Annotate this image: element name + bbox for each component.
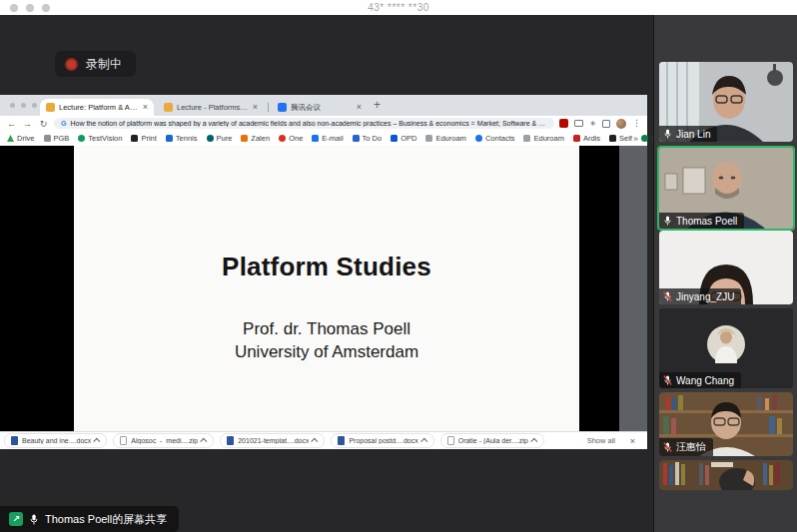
new-tab-button[interactable]: + [374,98,381,112]
extension-window-icon[interactable] [602,120,610,128]
download-item[interactable]: Proposal postd....docx [331,433,433,448]
tab-divider [268,103,269,112]
bookmark-pure[interactable]: Pure [207,134,233,143]
pure-icon [207,135,214,142]
participant-name: 汪惠怡 [676,440,706,454]
document-favicon [46,103,55,112]
browser-zoom-button[interactable] [32,103,37,108]
pgb-icon [44,135,51,142]
screen-share-icon: ↗ [9,512,23,526]
bookmark-one[interactable]: One [279,134,303,143]
tab-label: Lecture: Platform & App Studie [59,103,139,112]
bookmark-drive[interactable]: Drive [7,134,35,143]
one-icon [279,135,286,142]
browser-toolbar: ← → ↻ G How the notion of platform was s… [0,116,647,131]
testvision-icon [78,135,85,142]
mic-muted-icon [663,290,672,302]
participant-nametag: Thomas Poell [659,213,744,229]
profile-avatar[interactable] [616,119,626,129]
extension-icon[interactable]: ∗ [589,120,596,128]
presentation-slide: Platform Studies Prof. dr. Thomas Poell … [74,146,579,431]
participant-name: Wang Chang [676,375,734,386]
acrobat-extension-icon[interactable] [559,119,568,128]
participant-nametag: Wang Chang [659,372,741,388]
download-item[interactable]: 201021-templat....docx [220,433,325,448]
bookmark-contacts[interactable]: Contacts [475,134,515,143]
chevron-up-icon[interactable] [200,438,207,445]
downloads-show-all[interactable]: Show all [587,436,615,445]
bookmark-ardis[interactable]: Ardis [573,134,600,143]
browser-minimize-button[interactable] [21,103,26,108]
participant-nametag: 汪惠怡 [659,438,713,456]
tab-lecture-platform-app-studies[interactable]: Lecture: Platform & App Studie × [40,99,154,116]
zalen-icon [241,135,248,142]
email-icon [312,135,319,142]
download-item[interactable]: Beauty and ine....docx [4,433,107,448]
tab-tencent-meeting[interactable]: 腾讯会议 × [272,99,368,116]
bookmark-print[interactable]: Print [131,134,156,143]
bookmark-opd[interactable]: OPD [391,134,416,143]
bookmark-testvision[interactable]: TestVision [78,134,122,143]
shared-browser-window: Lecture: Platform & App Studie × Lecture… [0,95,647,449]
back-icon[interactable]: ← [6,119,17,129]
eduroam-icon [523,135,530,142]
address-text: How the notion of platform was shaped by… [70,120,547,127]
chevron-up-icon[interactable] [94,438,101,445]
participant-tile-partial[interactable] [659,460,793,490]
zip-file-icon [120,436,127,445]
participant-tile-wang-huiyi[interactable]: 汪惠怡 [659,392,793,456]
bookmark-email[interactable]: E-mail [312,134,343,143]
bookmark-eduroam[interactable]: Eduroam [425,134,465,143]
page-scrollbar[interactable] [619,146,647,431]
ardis-icon [573,135,580,142]
mic-icon [663,215,672,227]
participant-tile-jinyang-zju[interactable]: Jinyang_ZJU [659,231,793,304]
bookmarks-overflow-icon[interactable]: » [633,134,638,144]
recording-icon [65,58,78,71]
gsh-icon [641,135,648,142]
document-favicon [164,103,173,112]
recording-label: 录制中 [86,56,122,73]
reload-icon[interactable]: ↻ [38,119,49,129]
eduroam-icon [425,135,432,142]
tab-close-icon[interactable]: × [253,103,258,112]
downloads-close-icon[interactable]: × [630,436,635,446]
chevron-up-icon[interactable] [312,438,319,445]
browser-menu-icon[interactable]: ⋮ [632,119,641,128]
bookmark-tennis[interactable]: Tennis [166,134,198,143]
browser-window-controls[interactable] [10,103,37,108]
bookmark-zalen[interactable]: Zalen [241,134,270,143]
bookmark-self[interactable]: Self [609,134,632,143]
cast-extension-icon[interactable] [574,120,583,127]
downloads-bar: Beauty and ine....docx Algosoc_-_medi...… [0,431,647,449]
browser-close-button[interactable] [10,103,15,108]
participant-name: Thomas Poell [676,216,737,227]
slide-subtitle-1: Prof. dr. Thomas Poell [74,317,579,340]
bookmark-todo[interactable]: To Do [353,134,383,143]
chevron-up-icon[interactable] [530,438,537,445]
participant-tile-wang-chang[interactable]: Wang Chang [659,308,793,388]
bookmark-pgb[interactable]: PGB [44,134,70,143]
participant-tile-thomas-poell[interactable]: Thomas Poell [657,146,795,231]
bookmark-eduroam-2[interactable]: Eduroam [523,134,563,143]
download-item[interactable]: Oratie - (Aula der....zip [440,433,544,448]
address-bar[interactable]: G How the notion of platform was shaped … [54,118,554,129]
print-icon [131,135,138,142]
window-title: 43* **** **30 [0,0,797,15]
browser-tabstrip: Lecture: Platform & App Studie × Lecture… [0,95,647,116]
chevron-up-icon[interactable] [420,438,427,445]
tencent-meeting-favicon [278,103,287,112]
tab-close-icon[interactable]: × [357,103,362,112]
participants-panel: Jian Lin Thomas Poell [653,15,797,532]
forward-icon[interactable]: → [22,119,33,129]
participant-tile-jian-lin[interactable]: Jian Lin [659,62,793,142]
tab-close-icon[interactable]: × [143,103,148,112]
mic-muted-icon [663,374,672,386]
tab-lecture-platforms-as-markets[interactable]: Lecture - Platforms as Market × [158,99,264,116]
toolbar-extensions: ∗ ⋮ [559,119,641,129]
mic-muted-icon [663,441,672,453]
self-icon [609,135,616,142]
download-item[interactable]: Algosoc_-_medi....zip [113,433,214,448]
tab-label: Lecture - Platforms as Market [177,103,249,112]
word-file-icon [338,436,345,445]
